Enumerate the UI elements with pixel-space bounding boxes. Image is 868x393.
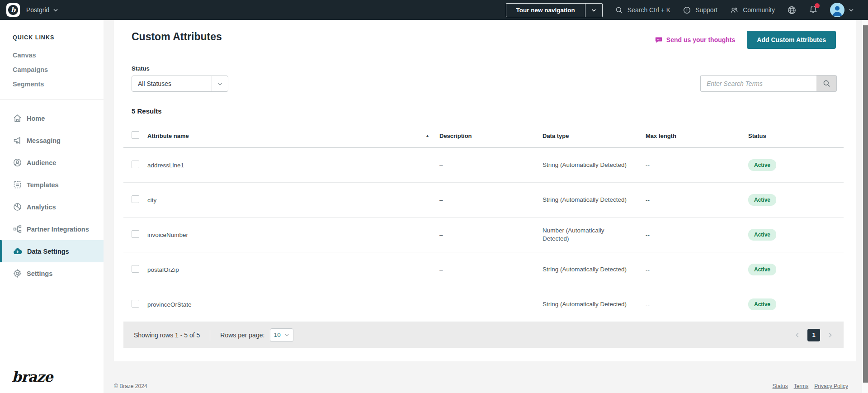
chevron-down-icon xyxy=(591,7,597,13)
attributes-table: Attribute name ▲ Description Data type M… xyxy=(123,125,844,322)
status-filter-select[interactable]: All Statuses xyxy=(132,76,228,92)
chevron-down-icon xyxy=(284,332,290,338)
status-badge: Active xyxy=(748,194,776,206)
sidebar-item-partner-integrations[interactable]: Partner Integrations xyxy=(0,218,104,240)
sidebar-item-label: Audience xyxy=(27,159,56,166)
rows-per-page-select[interactable]: 10 xyxy=(270,328,293,342)
user-avatar[interactable] xyxy=(830,3,844,17)
search-input[interactable] xyxy=(701,76,816,91)
table-row: provinceOrState – String (Automatically … xyxy=(123,287,844,322)
send-feedback-link[interactable]: Send us your thoughts xyxy=(655,36,735,44)
previous-page-button[interactable] xyxy=(794,331,801,339)
attribute-name-cell[interactable]: provinceOrState xyxy=(147,287,439,322)
table-row: postalOrZip – String (Automatically Dete… xyxy=(123,252,844,287)
vertical-scrollbar[interactable] xyxy=(862,20,868,393)
table-row: city – String (Automatically Detected) -… xyxy=(123,183,844,218)
chevron-down-icon xyxy=(212,76,228,91)
workspace-name: Postgrid xyxy=(26,6,49,14)
attribute-name-cell[interactable]: addressLine1 xyxy=(147,148,439,183)
column-header-description[interactable]: Description xyxy=(439,125,542,148)
quick-link-canvas[interactable]: Canvas xyxy=(13,48,104,62)
audience-icon xyxy=(13,158,22,167)
sidebar-item-home[interactable]: Home xyxy=(0,107,104,129)
globe-icon[interactable] xyxy=(787,5,797,15)
search-icon xyxy=(615,6,623,14)
footer-link-privacy-policy[interactable]: Privacy Policy xyxy=(814,383,848,389)
sidebar-item-data-settings[interactable]: Data Settings xyxy=(0,240,104,262)
sidebar-item-label: Settings xyxy=(27,270,52,277)
copyright-text: © Braze 2024 xyxy=(114,383,147,389)
notifications-button[interactable] xyxy=(809,5,818,15)
column-header-data-type[interactable]: Data type xyxy=(542,125,646,148)
sidebar-item-label: Messaging xyxy=(27,137,61,144)
speech-bubble-icon xyxy=(655,36,663,44)
sidebar-item-analytics[interactable]: Analytics xyxy=(0,196,104,218)
left-sidebar: QUICK LINKS Canvas Campaigns Segments Ho… xyxy=(0,20,104,393)
tour-new-navigation-button[interactable]: Tour new navigation xyxy=(506,3,603,17)
top-navbar: b Postgrid Tour new navigation Search Ct… xyxy=(0,0,868,20)
workspace-switcher[interactable]: Postgrid xyxy=(26,6,59,14)
sidebar-item-settings[interactable]: Settings xyxy=(0,262,104,284)
rows-per-page-value: 10 xyxy=(274,331,281,338)
column-header-max-length[interactable]: Max length xyxy=(646,125,748,148)
table-row: invoiceNumber – Number (Automatically De… xyxy=(123,218,844,252)
sidebar-item-label: Partner Integrations xyxy=(27,226,89,233)
global-search[interactable]: Search Ctrl + K xyxy=(615,6,670,14)
showing-rows-label: Showing rows 1 - 5 of 5 xyxy=(134,331,200,339)
add-custom-attributes-button[interactable]: Add Custom Attributes xyxy=(747,31,836,49)
search-shortcut-label: Search Ctrl + K xyxy=(627,6,670,14)
sidebar-item-templates[interactable]: Templates xyxy=(0,174,104,196)
pie-chart-icon xyxy=(13,202,22,212)
search-submit-button[interactable] xyxy=(816,76,836,91)
max-length-cell: -- xyxy=(646,287,748,322)
tour-chevron-toggle[interactable] xyxy=(585,4,602,17)
max-length-cell: -- xyxy=(646,218,748,252)
select-all-checkbox[interactable] xyxy=(132,131,139,139)
community-icon xyxy=(730,6,739,14)
footer-link-terms[interactable]: Terms xyxy=(794,383,809,389)
sort-ascending-icon[interactable]: ▲ xyxy=(425,133,429,139)
results-count: 5 Results xyxy=(114,92,856,115)
row-checkbox[interactable] xyxy=(132,300,139,308)
sidebar-item-label: Home xyxy=(27,115,45,122)
pagination: 1 xyxy=(794,329,834,341)
table-row: addressLine1 – String (Automatically Det… xyxy=(123,148,844,183)
row-checkbox[interactable] xyxy=(132,230,139,238)
next-page-button[interactable] xyxy=(826,331,834,339)
chevron-right-icon xyxy=(826,331,834,339)
page-number-button[interactable]: 1 xyxy=(807,329,820,341)
description-cell: – xyxy=(439,252,542,287)
attribute-name-cell[interactable]: postalOrZip xyxy=(147,252,439,287)
community-link[interactable]: Community xyxy=(730,6,775,14)
sidebar-item-audience[interactable]: Audience xyxy=(0,152,104,174)
column-header-status[interactable]: Status xyxy=(748,125,844,148)
attribute-name-cell[interactable]: city xyxy=(147,183,439,218)
tour-button-label[interactable]: Tour new navigation xyxy=(506,4,585,17)
megaphone-icon xyxy=(13,136,22,145)
support-label: Support xyxy=(695,6,717,14)
table-header-row: Attribute name ▲ Description Data type M… xyxy=(123,125,844,148)
chevron-left-icon xyxy=(794,331,801,339)
page-footer: © Braze 2024 Status Terms Privacy Policy xyxy=(114,383,858,389)
integrations-icon xyxy=(13,224,22,234)
account-chevron-down-icon[interactable] xyxy=(848,7,854,13)
row-checkbox[interactable] xyxy=(132,265,139,273)
footer-link-status[interactable]: Status xyxy=(773,383,788,389)
row-checkbox[interactable] xyxy=(132,161,139,168)
row-checkbox[interactable] xyxy=(132,195,139,203)
quick-link-campaigns[interactable]: Campaigns xyxy=(13,62,104,77)
data-type-cell: Number (Automatically Detected) xyxy=(542,227,628,243)
scrollbar-thumb[interactable] xyxy=(863,25,868,383)
braze-logo[interactable]: b xyxy=(6,3,20,17)
support-icon xyxy=(683,6,691,14)
data-type-cell: String (Automatically Detected) xyxy=(542,300,628,308)
table-footer: Showing rows 1 - 5 of 5 Rows per page: 1… xyxy=(123,322,844,348)
attribute-name-cell[interactable]: invoiceNumber xyxy=(147,218,439,252)
sidebar-item-messaging[interactable]: Messaging xyxy=(0,129,104,152)
quick-link-segments[interactable]: Segments xyxy=(13,77,104,91)
max-length-cell: -- xyxy=(646,183,748,218)
braze-wordmark: braze xyxy=(12,369,52,385)
column-header-attribute-name[interactable]: Attribute name ▲ xyxy=(147,125,439,148)
support-menu[interactable]: Support xyxy=(683,6,717,14)
sidebar-item-label: Analytics xyxy=(27,204,56,211)
